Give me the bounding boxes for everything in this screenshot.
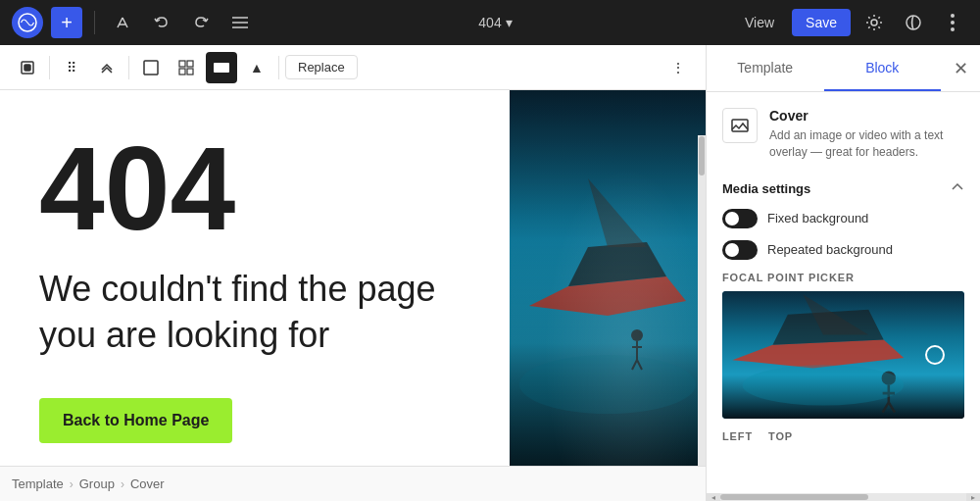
canvas-content: 404 We couldn't find the page you are lo… [0, 90, 510, 466]
repeated-bg-row: Repeated background [722, 240, 964, 260]
block-icon [722, 108, 758, 143]
align-grid-button[interactable] [171, 52, 202, 83]
svg-rect-15 [187, 69, 193, 75]
main-area: ⠿ ▲ [0, 45, 980, 501]
svg-point-7 [951, 21, 955, 25]
svg-rect-12 [179, 61, 185, 67]
fixed-bg-row: Fixed background [722, 209, 964, 228]
scroll-left-button[interactable]: ◂ [707, 493, 720, 501]
editor-area: ⠿ ▲ [0, 45, 706, 501]
view-button[interactable]: View [735, 9, 784, 36]
panel-horizontal-scrollbar[interactable]: ◂ ▸ [707, 493, 980, 501]
add-block-button[interactable]: + [51, 7, 82, 38]
redo-button[interactable] [185, 7, 217, 38]
more-options-button[interactable] [937, 7, 968, 38]
block-info-text: Cover Add an image or video with a text … [769, 108, 964, 161]
breadcrumb-sep-1: › [70, 477, 74, 491]
menu-button[interactable] [224, 7, 256, 38]
breadcrumb-cover[interactable]: Cover [130, 476, 165, 491]
svg-rect-17 [510, 90, 706, 466]
svg-rect-14 [179, 69, 185, 75]
block-toolbar: ⠿ ▲ [0, 45, 706, 90]
focal-point-dot[interactable] [925, 345, 945, 365]
svg-point-6 [951, 14, 955, 18]
tab-block[interactable]: Block [824, 45, 942, 91]
toolbar-sep-1 [49, 56, 50, 79]
scroll-right-button[interactable]: ▸ [966, 493, 980, 501]
panel-header: Template Block ✕ [707, 45, 980, 92]
fixed-bg-label: Fixed background [767, 211, 868, 225]
top-label: TOP [768, 430, 793, 442]
panel-body: Cover Add an image or video with a text … [707, 92, 980, 493]
right-panel: Template Block ✕ Cover Add an image or v… [706, 45, 980, 501]
wordpress-logo[interactable] [12, 7, 43, 38]
svg-rect-13 [187, 61, 193, 67]
svg-point-23 [743, 365, 905, 405]
block-description: Add an image or video with a text overla… [769, 127, 964, 161]
page-title-text: 404 [478, 15, 501, 30]
canvas: 404 We couldn't find the page you are lo… [0, 90, 706, 466]
tab-template[interactable]: Template [707, 45, 824, 91]
error-message: We couldn't find the page you are lookin… [39, 267, 470, 359]
block-title: Cover [769, 108, 964, 124]
error-code: 404 [39, 129, 470, 247]
svg-rect-10 [24, 65, 30, 71]
scrollbar-thumb [720, 494, 868, 500]
breadcrumb-group[interactable]: Group [79, 476, 115, 491]
align-full-button[interactable] [206, 52, 237, 83]
triangle-button[interactable]: ▲ [241, 52, 272, 83]
focal-point-image[interactable] [722, 291, 964, 419]
editor-scrollbar[interactable] [698, 135, 706, 466]
settings-button[interactable] [858, 7, 890, 38]
breadcrumb: Template › Group › Cover [0, 466, 706, 501]
svg-point-8 [951, 27, 955, 31]
svg-point-19 [631, 329, 643, 341]
breadcrumb-template[interactable]: Template [12, 476, 64, 491]
focal-point-label: FOCAL POINT PICKER [722, 272, 964, 283]
scrollbar-track [720, 493, 966, 501]
fixed-bg-toggle[interactable] [722, 209, 758, 228]
select-parent-button[interactable] [12, 52, 43, 83]
breadcrumb-sep-2: › [121, 477, 124, 491]
focal-coords: LEFT TOP [722, 430, 964, 442]
media-settings-collapse[interactable] [951, 180, 964, 197]
focal-point-section: FOCAL POINT PICKER [722, 272, 964, 442]
topbar-right: View Save [735, 7, 968, 38]
left-label: LEFT [722, 430, 753, 442]
undo-button[interactable] [146, 7, 177, 38]
replace-button[interactable]: Replace [285, 55, 358, 79]
more-block-options-button[interactable]: ⋮ [662, 52, 694, 83]
page-title-button[interactable]: 404 ▾ [470, 11, 519, 34]
drag-button[interactable]: ⠿ [56, 52, 87, 83]
back-to-home-button[interactable]: Back to Home Page [39, 398, 232, 443]
chevron-down-icon: ▾ [506, 15, 513, 30]
repeated-bg-toggle[interactable] [722, 240, 758, 260]
repeated-bg-label: Repeated background [767, 242, 893, 257]
topbar-center: 404 ▾ [264, 11, 727, 34]
svg-point-18 [519, 355, 696, 414]
appearance-button[interactable] [898, 7, 929, 38]
cover-background-image [510, 90, 706, 466]
svg-rect-11 [144, 61, 158, 75]
save-button[interactable]: Save [792, 9, 851, 36]
block-info: Cover Add an image or video with a text … [722, 108, 964, 161]
toolbar-sep-3 [278, 56, 279, 79]
svg-point-4 [871, 20, 877, 25]
editor-scrollbar-thumb [699, 136, 705, 175]
toolbar-sep-2 [128, 56, 129, 79]
svg-rect-16 [214, 63, 229, 73]
top-bar: + 404 ▾ View Save [0, 0, 980, 45]
separator [94, 11, 95, 34]
media-settings-title: Media settings [722, 181, 810, 196]
align-none-button[interactable] [135, 52, 167, 83]
move-up-button[interactable] [91, 52, 122, 83]
panel-close-button[interactable]: ✕ [941, 49, 980, 88]
tools-button[interactable] [107, 7, 138, 38]
media-settings-header: Media settings [722, 180, 964, 197]
